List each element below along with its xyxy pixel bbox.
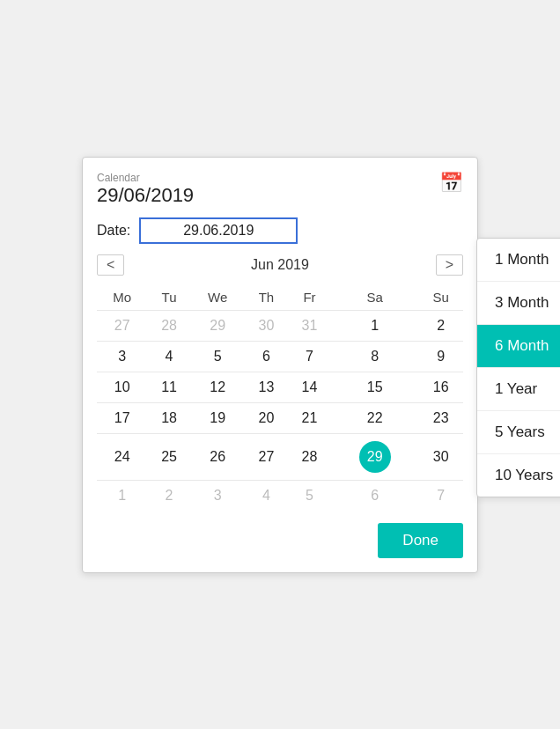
calendar-day[interactable]: 19 [191, 402, 245, 433]
calendar-day[interactable]: 31 [288, 310, 331, 341]
calendar-week-row: 3456789 [97, 341, 463, 372]
calendar-week-row: 17181920212223 [97, 402, 463, 433]
calendar-day[interactable]: 3 [191, 480, 245, 511]
calendar-day[interactable]: 25 [147, 433, 190, 480]
calendar-day[interactable]: 26 [191, 433, 245, 480]
calendar-header: Calendar 29/06/2019 📅 [97, 172, 463, 207]
nav-row: < Jun 2019 > [97, 254, 463, 276]
calendar-day[interactable]: 21 [288, 402, 331, 433]
calendar-day[interactable]: 14 [288, 372, 331, 402]
calendar-day[interactable]: 9 [418, 341, 463, 372]
calendar-day[interactable]: 10 [97, 372, 147, 402]
calendar-day[interactable]: 28 [288, 433, 331, 480]
calendar-day[interactable]: 7 [288, 341, 331, 372]
calendar-day[interactable]: 23 [418, 402, 463, 433]
weekday-we: We [191, 284, 245, 311]
calendar-day[interactable]: 29 [331, 433, 418, 480]
weekday-sa: Sa [331, 284, 418, 311]
calendar-day[interactable]: 30 [245, 310, 288, 341]
dropdown-panel: 1 Month3 Month6 Month1 Year5 Years10 Yea… [476, 238, 560, 497]
weekday-mo: Mo [97, 284, 147, 311]
dropdown-item[interactable]: 1 Month [477, 239, 560, 282]
calendar-day[interactable]: 4 [245, 480, 288, 511]
calendar-day[interactable]: 1 [331, 310, 418, 341]
calendar-week-row: 24252627282930 [97, 433, 463, 480]
calendar-label: Calendar [97, 172, 194, 184]
prev-month-button[interactable]: < [97, 254, 124, 276]
calendar-date-title: 29/06/2019 [97, 184, 194, 207]
calendar-day[interactable]: 2 [147, 480, 190, 511]
calendar-day[interactable]: 16 [418, 372, 463, 402]
dropdown-item[interactable]: 10 Years [477, 454, 560, 497]
done-row: Done [97, 523, 463, 558]
calendar-day[interactable]: 6 [331, 480, 418, 511]
calendar-day[interactable]: 8 [331, 341, 418, 372]
calendar-day[interactable]: 5 [288, 480, 331, 511]
weekday-th: Th [245, 284, 288, 311]
dropdown-item[interactable]: 5 Years [477, 411, 560, 454]
main-container: Calendar 29/06/2019 📅 Date: < Jun 2019 >… [82, 157, 478, 573]
calendar-day[interactable]: 2 [418, 310, 463, 341]
weekday-fr: Fr [288, 284, 331, 311]
calendar-day[interactable]: 22 [331, 402, 418, 433]
calendar-day[interactable]: 29 [191, 310, 245, 341]
calendar-day[interactable]: 1 [97, 480, 147, 511]
calendar-day[interactable]: 13 [245, 372, 288, 402]
calendar-day[interactable]: 27 [97, 310, 147, 341]
month-year-label: Jun 2019 [251, 257, 309, 273]
calendar-day[interactable]: 3 [97, 341, 147, 372]
calendar-week-row: 272829303112 [97, 310, 463, 341]
dropdown-item[interactable]: 3 Month [477, 282, 560, 325]
calendar-day[interactable]: 5 [191, 341, 245, 372]
date-input-label: Date: [97, 223, 130, 239]
calendar-panel: Calendar 29/06/2019 📅 Date: < Jun 2019 >… [82, 157, 478, 573]
weekday-su: Su [418, 284, 463, 311]
calendar-day[interactable]: 12 [191, 372, 245, 402]
calendar-day[interactable]: 11 [147, 372, 190, 402]
dropdown-item[interactable]: 1 Year [477, 368, 560, 411]
done-button[interactable]: Done [378, 523, 463, 558]
next-month-button[interactable]: > [436, 254, 463, 276]
calendar-day[interactable]: 17 [97, 402, 147, 433]
calendar-icon[interactable]: 📅 [439, 172, 463, 195]
date-input-row: Date: [97, 217, 463, 244]
calendar-day[interactable]: 27 [245, 433, 288, 480]
calendar-day[interactable]: 15 [331, 372, 418, 402]
calendar-day[interactable]: 4 [147, 341, 190, 372]
calendar-week-row: 10111213141516 [97, 372, 463, 402]
calendar-day[interactable]: 7 [418, 480, 463, 511]
calendar-day[interactable]: 28 [147, 310, 190, 341]
calendar-week-row: 1234567 [97, 480, 463, 511]
calendar-day[interactable]: 30 [418, 433, 463, 480]
weekday-tu: Tu [147, 284, 190, 311]
calendar-day[interactable]: 6 [245, 341, 288, 372]
calendar-grid: Mo Tu We Th Fr Sa Su 2728293031123456789… [97, 284, 463, 511]
calendar-header-text: Calendar 29/06/2019 [97, 172, 194, 207]
calendar-day[interactable]: 24 [97, 433, 147, 480]
calendar-day[interactable]: 20 [245, 402, 288, 433]
dropdown-item[interactable]: 6 Month [477, 325, 560, 368]
calendar-day[interactable]: 18 [147, 402, 190, 433]
weekday-header-row: Mo Tu We Th Fr Sa Su [97, 284, 463, 311]
date-input[interactable] [139, 217, 298, 244]
